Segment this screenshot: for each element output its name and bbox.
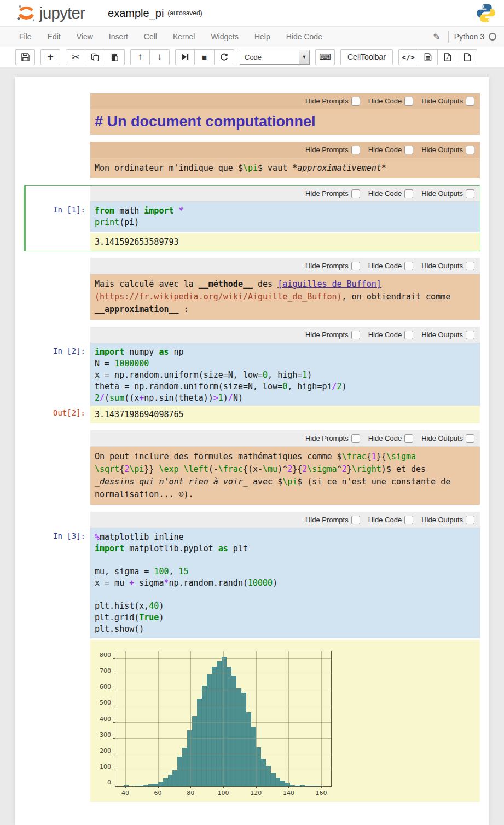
hide-prompts-checkbox[interactable]: [351, 434, 360, 443]
x-tick-label: 80: [187, 786, 194, 797]
histogram-bar: [280, 781, 285, 786]
paste-button[interactable]: [105, 49, 125, 65]
notebook-page: Hide Prompts Hide Code Hide Outputs # Un…: [0, 67, 504, 825]
hide-prompts-label: Hide Prompts: [305, 146, 349, 154]
hide-outputs-checkbox[interactable]: [466, 516, 474, 524]
insert-cell-button[interactable]: +: [40, 49, 60, 65]
histogram-bar: [187, 730, 192, 786]
code-editor[interactable]: import numpy as npN = 1000000x = np.rand…: [90, 343, 480, 407]
hide-prompts-checkbox[interactable]: [351, 97, 360, 106]
y-tick-label: 700: [100, 667, 115, 674]
hide-outputs-checkbox[interactable]: [466, 146, 474, 154]
hide-code-checkbox[interactable]: [404, 146, 413, 154]
histogram-bar: [138, 786, 143, 786]
kernel-name[interactable]: Python 3: [454, 32, 484, 41]
histogram-bar: [143, 785, 148, 786]
hide-prompts-label: Hide Prompts: [305, 189, 349, 198]
markdown-cell-buffon[interactable]: Hide Prompts Hide Code Hide Outputs Mais…: [24, 257, 480, 320]
cell-toolbar: Hide Prompts Hide Code Hide Outputs: [90, 512, 480, 528]
cell-type-select[interactable]: Code ▼: [240, 50, 310, 65]
cell-toolbar: Hide Prompts Hide Code Hide Outputs: [90, 93, 480, 109]
histogram-bar: [251, 727, 256, 786]
histogram-bar: [197, 699, 202, 786]
histogram-bar: [305, 786, 310, 786]
histogram-bar: [295, 786, 300, 786]
hide-prompts-checkbox[interactable]: [351, 189, 360, 198]
histogram-bar: [212, 667, 217, 786]
y-tick-label: 800: [100, 651, 115, 659]
histogram-bar: [261, 759, 266, 786]
hide-outputs-checkbox[interactable]: [466, 97, 474, 106]
celltoolbar-button[interactable]: CellToolbar: [340, 49, 393, 65]
new-file-button[interactable]: [457, 49, 477, 65]
hide-prompts-label: Hide Prompts: [305, 434, 349, 442]
hide-code-checkbox[interactable]: [404, 516, 413, 524]
hide-prompts-checkbox[interactable]: [351, 262, 360, 270]
cell-toolbar: Hide Prompts Hide Code Hide Outputs: [90, 327, 480, 343]
save-button[interactable]: [15, 49, 35, 65]
menu-view[interactable]: View: [77, 32, 93, 41]
autosave-status: (autosaved): [167, 9, 202, 17]
menu-hide-code[interactable]: Hide Code: [286, 32, 322, 41]
hide-code-checkbox[interactable]: [404, 434, 413, 443]
markdown-cell-intro[interactable]: Hide Prompts Hide Code Hide Outputs Mon …: [24, 141, 480, 179]
markdown-source[interactable]: Mon ordinateur m'indique que $\pi$ vaut …: [90, 158, 480, 178]
markdown-source-heading[interactable]: # Un document computationnel: [90, 109, 480, 135]
chevron-down-icon: ▼: [299, 50, 309, 64]
hide-prompts-checkbox[interactable]: [351, 331, 360, 339]
hide-outputs-checkbox[interactable]: [466, 331, 474, 339]
code-cell-3[interactable]: In [3]: Hide Prompts Hide Code Hide Outp…: [24, 511, 480, 803]
menu-file[interactable]: File: [19, 32, 32, 41]
markdown-cell-formulas[interactable]: Hide Prompts Hide Code Hide Outputs On p…: [24, 430, 480, 505]
export-html-button[interactable]: [418, 49, 438, 65]
hide-outputs-label: Hide Outputs: [421, 262, 463, 270]
hide-outputs-checkbox[interactable]: [466, 262, 474, 270]
markdown-cell-title[interactable]: Hide Prompts Hide Code Hide Outputs # Un…: [24, 93, 480, 135]
hide-outputs-checkbox[interactable]: [466, 189, 474, 198]
gridline: [288, 651, 289, 786]
restart-kernel-button[interactable]: [215, 49, 234, 65]
markdown-source[interactable]: Mais calculé avec la __méthode__ des [ai…: [90, 274, 480, 320]
cut-button[interactable]: ✂: [66, 49, 85, 65]
jupyter-logo[interactable]: jupyter: [15, 2, 85, 24]
histogram-bar: [163, 778, 168, 786]
command-palette-button[interactable]: ⌨: [315, 49, 335, 65]
hide-code-checkbox[interactable]: [404, 331, 413, 339]
toggle-code-button[interactable]: </>: [398, 49, 418, 65]
hide-prompts-checkbox[interactable]: [351, 516, 360, 524]
notebook-title[interactable]: example_pi: [108, 7, 164, 20]
hide-prompts-label: Hide Prompts: [305, 262, 349, 270]
code-editor[interactable]: %matplotlib inlineimport matplotlib.pypl…: [90, 528, 480, 638]
hide-code-checkbox[interactable]: [404, 262, 413, 270]
copy-icon: [91, 53, 99, 61]
menu-kernel[interactable]: Kernel: [173, 32, 195, 41]
histogram-bar: [227, 667, 231, 786]
code-cell-2[interactable]: In [2]: Hide Prompts Hide Code Hide Outp…: [24, 326, 480, 409]
menu-help[interactable]: Help: [254, 32, 270, 41]
move-down-button[interactable]: ↓: [150, 49, 170, 65]
menu-widgets[interactable]: Widgets: [211, 32, 239, 41]
markdown-source[interactable]: On peut inclure des formules mathématiqu…: [90, 447, 480, 505]
output-prompt: Out[2]:: [26, 406, 90, 423]
hide-outputs-checkbox[interactable]: [466, 434, 474, 443]
move-up-button[interactable]: ↑: [130, 49, 150, 65]
copy-button[interactable]: [85, 49, 105, 65]
hide-prompts-label: Hide Prompts: [305, 516, 349, 524]
y-tick-label: 200: [100, 747, 115, 754]
hide-code-checkbox[interactable]: [404, 189, 413, 198]
y-tick-label: 300: [100, 731, 115, 738]
menu-cell[interactable]: Cell: [144, 32, 157, 41]
interrupt-kernel-button[interactable]: ■: [195, 49, 215, 65]
code-editor[interactable]: from math import *print(pi): [90, 202, 480, 232]
export-pdf-button[interactable]: [438, 49, 457, 65]
y-tick-label: 400: [100, 715, 115, 722]
restart-icon: [220, 53, 228, 61]
hide-prompts-checkbox[interactable]: [351, 146, 360, 154]
gridline: [256, 651, 257, 786]
menu-edit[interactable]: Edit: [48, 32, 61, 41]
run-button[interactable]: [175, 49, 195, 65]
menu-insert[interactable]: Insert: [109, 32, 128, 41]
prompt-spacer: [26, 142, 90, 178]
code-cell-1[interactable]: In [1]: Hide Prompts Hide Code Hide Outp…: [24, 185, 480, 251]
hide-code-checkbox[interactable]: [404, 97, 413, 106]
